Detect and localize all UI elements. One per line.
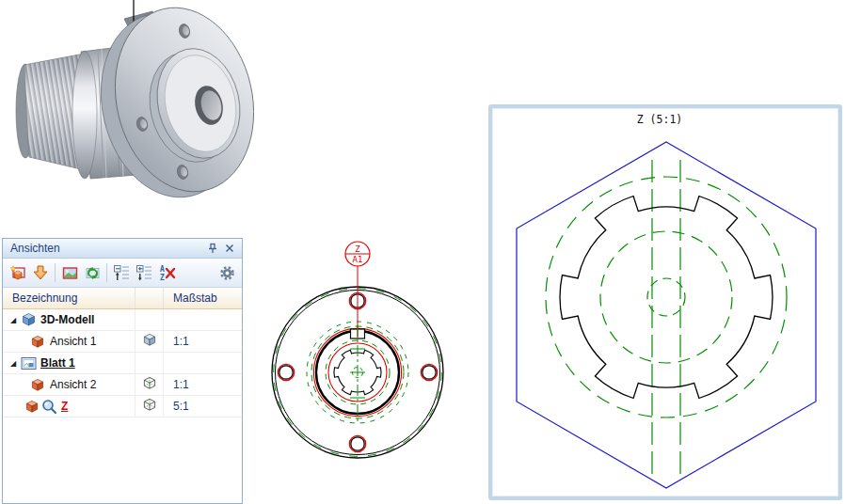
tree-item-label[interactable]: Blatt 1	[40, 356, 75, 370]
column-header-massstab[interactable]: Maßstab	[164, 288, 242, 308]
view-cube-orange-icon	[24, 399, 40, 414]
callout-sheet-ref: A1	[353, 255, 363, 264]
model-3d-view[interactable]	[0, 0, 254, 221]
views-tree: ◢ 3D-Modell	[3, 309, 242, 503]
cube-3d-icon	[20, 312, 37, 327]
toolbar-separator	[106, 263, 107, 282]
update-views-icon[interactable]	[81, 261, 104, 284]
svg-text:Z: Z	[160, 274, 165, 282]
settings-gear-icon[interactable]	[215, 261, 238, 284]
clear-sort-icon[interactable]: A Z	[155, 261, 178, 284]
view-cube-orange-icon	[29, 334, 46, 349]
detail-view-z[interactable]: Z (5:1)	[488, 104, 842, 500]
panel-title-bar: Ansichten	[3, 239, 242, 259]
detail-hidden-circles	[546, 160, 787, 478]
view-image-icon[interactable]	[58, 261, 81, 284]
centerlines	[350, 325, 365, 423]
drawing-front-view[interactable]: Z A1	[268, 233, 452, 473]
views-panel: Ansichten	[2, 238, 243, 504]
column-header-bezeichnung[interactable]: Bezeichnung	[3, 288, 136, 308]
detail-callout-balloon[interactable]: Z A1	[345, 242, 370, 266]
tree-item-label[interactable]: Ansicht 1	[50, 335, 96, 348]
tree-item-label[interactable]: Z	[61, 400, 68, 413]
close-icon[interactable]	[221, 241, 238, 256]
sheet-icon	[20, 355, 37, 370]
detail-magnifier-icon	[40, 399, 57, 414]
callout-detail-letter: Z	[355, 244, 360, 254]
expand-all-icon[interactable]	[133, 261, 155, 284]
scale-value: 1:1	[164, 335, 242, 348]
tree-row-3d-modell[interactable]: ◢ 3D-Modell	[3, 309, 242, 331]
expand-arrow-icon[interactable]: ◢	[7, 316, 20, 324]
toolbar-separator	[55, 263, 56, 282]
tree-item-label[interactable]: 3D-Modell	[40, 313, 94, 326]
expand-arrow-icon[interactable]: ◢	[7, 359, 20, 368]
tree-row-detail-z[interactable]: Z 5:1	[3, 396, 242, 417]
insert-view-arrow-icon[interactable]	[29, 261, 52, 284]
detail-view-title: Z (5:1)	[637, 113, 682, 126]
pin-icon[interactable]	[204, 241, 221, 256]
tree-item-label[interactable]: Ansicht 2	[50, 378, 96, 391]
tree-row-blatt-1[interactable]: ◢ Blatt 1	[3, 353, 242, 374]
preview-cube-wire-icon[interactable]	[142, 398, 157, 415]
scale-value: 5:1	[164, 400, 242, 413]
model-3d-render	[0, 0, 254, 221]
preview-cube-wire-icon[interactable]	[142, 376, 157, 393]
tree-header-row: Bezeichnung Maßstab	[3, 288, 242, 309]
scale-value: 1:1	[164, 378, 242, 391]
svg-text:A: A	[160, 265, 165, 274]
tree-row-ansicht-1[interactable]: Ansicht 1 1:1	[3, 331, 242, 353]
tree-row-ansicht-2[interactable]: Ansicht 2 1:1	[3, 374, 242, 396]
column-header-icon[interactable]	[136, 288, 164, 308]
panel-toolbar: A Z	[3, 259, 242, 288]
new-view-icon[interactable]	[7, 261, 29, 284]
castellated-profile-detail	[560, 197, 773, 399]
panel-title: Ansichten	[10, 242, 204, 255]
collapse-all-icon[interactable]	[110, 261, 133, 284]
view-cube-orange-icon	[29, 377, 46, 392]
preview-cube-solid-icon[interactable]	[142, 333, 157, 350]
